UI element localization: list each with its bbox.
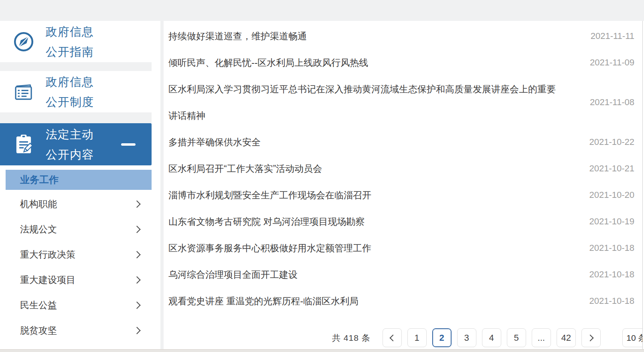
compass-icon [12, 30, 35, 53]
chevron-right-icon [133, 200, 140, 208]
notebook-icon [12, 80, 35, 104]
news-date: 2021-10-18 [581, 269, 634, 280]
sidebar-submenu: 业务工作 机构职能 法规公文 重大行政决策 重大建设项目 民生公益 脱贫攻坚 [0, 165, 152, 349]
sidebar-submenu-item[interactable]: 业务工作 [6, 170, 152, 190]
label-line-1: 政府信息 [46, 72, 94, 92]
window-bottom-edge [0, 349, 644, 352]
submenu-item-label: 民生公益 [20, 299, 57, 311]
page-number-label: 1 [415, 333, 419, 343]
news-date: 2021-10-20 [581, 190, 634, 200]
news-date: 2021-10-21 [581, 163, 634, 174]
chevron-right-icon [133, 327, 140, 334]
page-number-button[interactable]: 1 [407, 328, 427, 347]
news-row: 区水利局召开“工作大落实”活动动员会 2021-10-21 [168, 155, 634, 182]
scrollbar-track[interactable] [642, 21, 644, 349]
news-title-link[interactable]: 区水利局深入学习贯彻习近平总书记在深入推动黄河流域生态保护和高质量发展讲座会上的… [168, 76, 563, 129]
sidebar-section-label: 政府信息 公开指南 [46, 22, 94, 62]
sidebar-section-label: 法定主动 公开内容 [46, 124, 94, 165]
pagination-bar: 共 418 条 1 2 3 4 5 ... 42 10 条/页 [332, 328, 633, 347]
news-date: 2021-11-11 [583, 31, 634, 41]
news-title-link[interactable]: 区水利局召开“工作大落实”活动动员会 [168, 155, 322, 182]
sidebar-submenu-item[interactable]: 民生公益 [0, 293, 152, 318]
label-line-2: 公开制度 [46, 92, 94, 112]
submenu-item-label: 重大建设项目 [20, 274, 75, 286]
news-date: 2021-11-08 [582, 97, 634, 108]
page-number-label: 4 [489, 333, 494, 343]
sidebar-submenu-item[interactable]: 重大行政决策 [0, 242, 152, 267]
total-count-label: 共 418 条 [332, 332, 371, 344]
government-info-disclosure-page: 政府信息 公开指南 政府信息 公开制度 [0, 0, 644, 352]
news-title-link[interactable]: 多措并举确保供水安全 [168, 129, 261, 155]
clipboard-pencil-icon [12, 133, 35, 156]
page-number-label: 2 [439, 333, 444, 343]
collapse-minus-icon[interactable] [121, 143, 136, 146]
label-line-1: 法定主动 [46, 124, 94, 144]
news-row: 山东省文物考古研究院 对乌河治理项目现场勘察 2021-10-19 [168, 208, 634, 235]
news-row: 区水利局深入学习贯彻习近平总书记在深入推动黄河流域生态保护和高质量发展讲座会上的… [168, 76, 634, 129]
chevron-right-icon [133, 301, 140, 309]
submenu-item-label: 业务工作 [20, 173, 59, 186]
chevron-left-icon [389, 334, 396, 341]
sidebar-submenu-item[interactable]: 法规公文 [0, 217, 152, 242]
chevron-right-icon [587, 334, 593, 341]
label-line-2: 公开指南 [46, 42, 94, 62]
sidebar-section-info-guide[interactable]: 政府信息 公开指南 [0, 21, 152, 62]
news-row: 倾听民声、化解民忧--区水利局上线政风行风热线 2021-11-09 [168, 49, 634, 76]
sidebar-edge-strip [152, 21, 160, 349]
news-list-panel: 持续做好渠道巡查，维护渠道畅通 2021-11-11 倾听民声、化解民忧--区水… [164, 21, 642, 352]
news-title-link[interactable]: 淄博市水利规划暨安全生产工作现场会在临淄召开 [168, 182, 371, 208]
chevron-right-icon [133, 251, 140, 258]
page-number-label: ... [538, 333, 545, 343]
news-date: 2021-11-09 [582, 57, 634, 68]
page-number-button[interactable]: 5 [507, 328, 526, 347]
sidebar-section-label: 政府信息 公开制度 [46, 72, 94, 112]
page-size-select[interactable]: 10 条/页 [622, 328, 644, 347]
page-number-button[interactable]: 2 [432, 328, 452, 347]
news-title-link[interactable]: 持续做好渠道巡查，维护渠道畅通 [168, 23, 307, 49]
page-number-label: 3 [464, 333, 469, 343]
page-number-button[interactable]: 3 [457, 328, 476, 347]
page-number-button[interactable]: 42 [557, 328, 576, 347]
news-row: 区水资源事务服务中心积极做好用水定额管理工作 2021-10-18 [168, 235, 634, 261]
page-number-button[interactable]: 4 [482, 328, 501, 347]
news-date: 2021-10-22 [581, 137, 634, 147]
next-page-button[interactable] [581, 328, 601, 347]
news-row: 持续做好渠道巡查，维护渠道畅通 2021-11-11 [168, 23, 634, 49]
page-size-label: 10 条/页 [626, 332, 644, 344]
prev-page-button[interactable] [383, 328, 402, 347]
chevron-right-icon [133, 276, 140, 283]
news-row: 乌河综合治理项目全面开工建设 2021-10-18 [168, 261, 634, 288]
news-date: 2021-10-18 [581, 296, 634, 306]
news-title-link[interactable]: 乌河综合治理项目全面开工建设 [168, 261, 298, 288]
news-row: 多措并举确保供水安全 2021-10-22 [168, 129, 634, 155]
page-number-label: 42 [561, 333, 571, 343]
submenu-item-label: 重大行政决策 [20, 248, 75, 261]
page-number-button[interactable]: ... [532, 328, 551, 347]
news-title-link[interactable]: 观看党史讲座 重温党的光辉历程-临淄区水利局 [168, 288, 358, 314]
news-title-link[interactable]: 倾听民声、化解民忧--区水利局上线政风行风热线 [168, 49, 368, 76]
news-title-link[interactable]: 区水资源事务服务中心积极做好用水定额管理工作 [168, 235, 371, 261]
submenu-item-label: 机构职能 [20, 198, 57, 210]
label-line-1: 政府信息 [46, 22, 94, 42]
news-title-link[interactable]: 山东省文物考古研究院 对乌河治理项目现场勘察 [168, 208, 365, 235]
submenu-item-label: 法规公文 [20, 223, 57, 236]
sidebar-submenu-item[interactable]: 机构职能 [0, 191, 152, 217]
label-line-2: 公开内容 [46, 144, 94, 165]
submenu-item-label: 脱贫攻坚 [20, 324, 57, 337]
sidebar-section-info-system[interactable]: 政府信息 公开制度 [0, 71, 152, 112]
sidebar-submenu-item[interactable]: 重大建设项目 [0, 267, 152, 293]
sidebar-submenu-item[interactable]: 脱贫攻坚 [0, 318, 152, 343]
chevron-right-icon [133, 226, 140, 233]
news-row: 观看党史讲座 重温党的光辉历程-临淄区水利局 2021-10-18 [168, 288, 634, 314]
news-date: 2021-10-18 [581, 243, 634, 253]
page-number-label: 5 [514, 333, 519, 343]
news-date: 2021-10-19 [581, 216, 634, 227]
news-row: 淄博市水利规划暨安全生产工作现场会在临淄召开 2021-10-20 [168, 182, 634, 208]
sidebar-section-statutory-disclosure[interactable]: 法定主动 公开内容 [0, 123, 152, 165]
